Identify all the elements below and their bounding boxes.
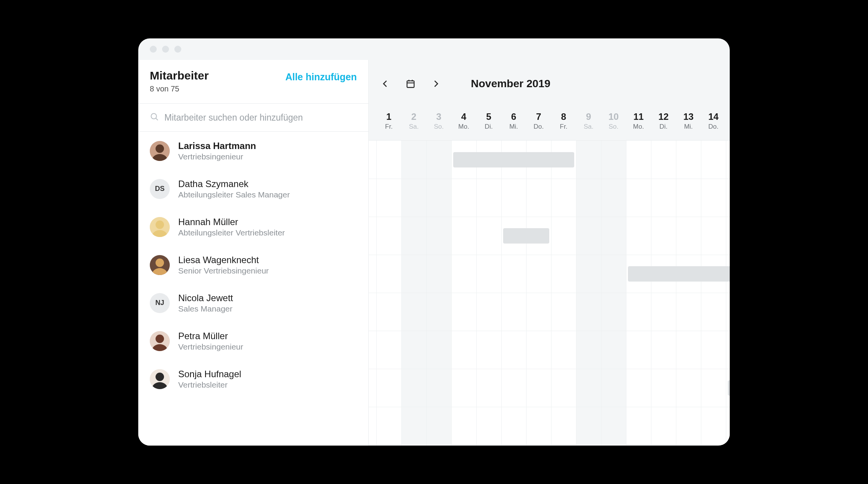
- grid-cell[interactable]: [526, 179, 551, 217]
- grid-cell[interactable]: [426, 179, 451, 217]
- grid-cell[interactable]: [726, 141, 730, 179]
- grid-cell[interactable]: [476, 255, 501, 293]
- grid-cell[interactable]: [551, 331, 576, 369]
- grid-cell[interactable]: [451, 217, 476, 255]
- grid-cell[interactable]: [376, 369, 401, 407]
- prev-month-button[interactable]: [379, 78, 391, 90]
- grid-cell[interactable]: [451, 293, 476, 331]
- grid-cell[interactable]: [601, 141, 626, 179]
- day-header-cell[interactable]: 4Mo.: [451, 108, 476, 140]
- day-header-cell[interactable]: 5Di.: [476, 108, 501, 140]
- grid-cell[interactable]: [601, 369, 626, 407]
- grid-cell[interactable]: [476, 179, 501, 217]
- grid-cell[interactable]: [501, 331, 526, 369]
- grid-cell[interactable]: [701, 407, 726, 445]
- grid-cell[interactable]: [676, 141, 701, 179]
- day-header-cell[interactable]: 8Fr.: [551, 108, 576, 140]
- grid-cell[interactable]: [426, 293, 451, 331]
- grid-cell[interactable]: [476, 331, 501, 369]
- grid-cell[interactable]: [376, 255, 401, 293]
- grid-cell[interactable]: [601, 179, 626, 217]
- grid-cell[interactable]: [651, 293, 676, 331]
- grid-cell[interactable]: [726, 293, 730, 331]
- grid-cell[interactable]: [651, 407, 676, 445]
- grid-cell[interactable]: [476, 407, 501, 445]
- grid-cell[interactable]: [601, 217, 626, 255]
- grid-cell[interactable]: [476, 369, 501, 407]
- grid-cell[interactable]: [501, 369, 526, 407]
- grid-cell[interactable]: [526, 255, 551, 293]
- grid-cell[interactable]: [551, 179, 576, 217]
- employee-row[interactable]: DSDatha SzymanekAbteilungsleiter Sales M…: [138, 170, 368, 208]
- grid-cell[interactable]: [401, 255, 426, 293]
- grid-cell[interactable]: [451, 369, 476, 407]
- grid-cell[interactable]: [426, 407, 451, 445]
- grid-cell[interactable]: [401, 141, 426, 179]
- next-month-button[interactable]: [430, 78, 442, 90]
- grid-cell[interactable]: [651, 217, 676, 255]
- grid-cell[interactable]: [576, 293, 601, 331]
- employee-row[interactable]: Hannah MüllerAbteilungsleiter Vertriebsl…: [138, 208, 368, 246]
- grid-cell[interactable]: [376, 293, 401, 331]
- grid-cell[interactable]: [451, 407, 476, 445]
- employee-row[interactable]: Larissa HartmannVertriebsingenieur: [138, 132, 368, 170]
- grid-cell[interactable]: [576, 141, 601, 179]
- grid-cell[interactable]: [626, 141, 651, 179]
- grid-cell[interactable]: [376, 217, 401, 255]
- grid-cell[interactable]: [626, 407, 651, 445]
- grid-cell[interactable]: [401, 217, 426, 255]
- grid-cell[interactable]: [701, 217, 726, 255]
- grid-cell[interactable]: [726, 179, 730, 217]
- day-header-cell[interactable]: 13Mi.: [676, 108, 701, 140]
- grid-cell[interactable]: [651, 331, 676, 369]
- add-all-button[interactable]: Alle hinzufügen: [285, 71, 357, 83]
- grid-cell[interactable]: [726, 407, 730, 445]
- grid-cell[interactable]: [426, 141, 451, 179]
- grid-cell[interactable]: [726, 331, 730, 369]
- grid-cell[interactable]: [676, 331, 701, 369]
- grid-cell[interactable]: [501, 407, 526, 445]
- day-header-cell[interactable]: 9Sa.: [576, 108, 601, 140]
- traffic-light-close[interactable]: [150, 46, 157, 53]
- grid-cell[interactable]: [701, 369, 726, 407]
- grid-cell[interactable]: [551, 369, 576, 407]
- schedule-bar[interactable]: [728, 380, 730, 396]
- grid-cell[interactable]: [701, 141, 726, 179]
- grid-cell[interactable]: [426, 369, 451, 407]
- schedule-bar[interactable]: [503, 228, 549, 244]
- calendar-icon[interactable]: [405, 78, 416, 90]
- day-header-cell[interactable]: 11Mo.: [626, 108, 651, 140]
- day-header-cell[interactable]: 1Fr.: [376, 108, 401, 140]
- schedule-bar[interactable]: [628, 266, 730, 282]
- grid-cell[interactable]: [576, 331, 601, 369]
- grid-cell[interactable]: [601, 407, 626, 445]
- grid-cell[interactable]: [401, 293, 426, 331]
- grid-cell[interactable]: [651, 141, 676, 179]
- grid-cell[interactable]: [701, 179, 726, 217]
- grid-cell[interactable]: [676, 293, 701, 331]
- day-header-cell[interactable]: 14Do.: [701, 108, 726, 140]
- grid-cell[interactable]: [401, 331, 426, 369]
- day-header-cell[interactable]: 7Do.: [526, 108, 551, 140]
- grid-cell[interactable]: [376, 407, 401, 445]
- grid-cell[interactable]: [401, 369, 426, 407]
- grid-cell[interactable]: [601, 255, 626, 293]
- employee-row[interactable]: Petra MüllerVertriebsingenieur: [138, 322, 368, 360]
- grid-cell[interactable]: [626, 179, 651, 217]
- grid-cell[interactable]: [701, 331, 726, 369]
- grid-cell[interactable]: [676, 369, 701, 407]
- grid-cell[interactable]: [501, 179, 526, 217]
- grid-cell[interactable]: [551, 217, 576, 255]
- day-header-cell[interactable]: 12Di.: [651, 108, 676, 140]
- grid-cell[interactable]: [601, 293, 626, 331]
- grid-cell[interactable]: [576, 217, 601, 255]
- grid-cell[interactable]: [576, 179, 601, 217]
- grid-cell[interactable]: [376, 141, 401, 179]
- grid-cell[interactable]: [526, 293, 551, 331]
- day-header-cell[interactable]: 2Sa.: [401, 108, 426, 140]
- grid-cell[interactable]: [526, 369, 551, 407]
- grid-cell[interactable]: [601, 331, 626, 369]
- grid-cell[interactable]: [576, 255, 601, 293]
- grid-cell[interactable]: [526, 407, 551, 445]
- schedule-bar[interactable]: [453, 152, 574, 167]
